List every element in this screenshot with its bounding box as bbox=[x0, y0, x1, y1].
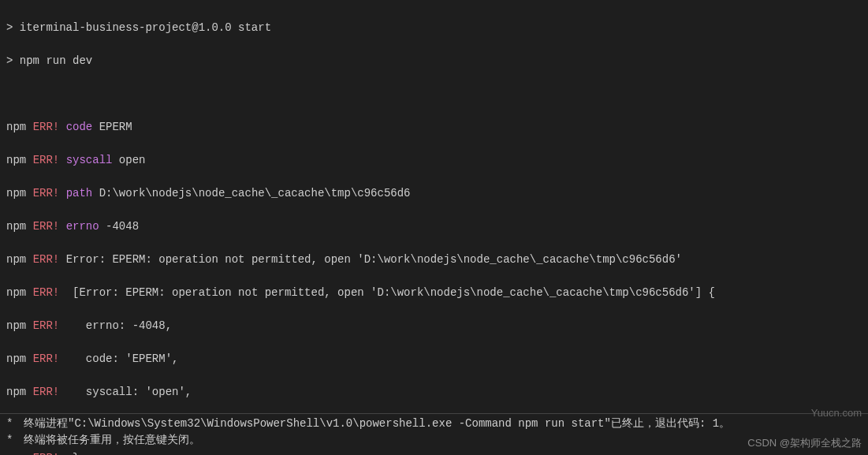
err-value: open bbox=[112, 154, 145, 166]
err-key: syscall bbox=[66, 154, 113, 166]
prompt-symbol: > bbox=[6, 21, 20, 34]
err-key: errno bbox=[66, 220, 99, 233]
err-body-line: npm ERR! } bbox=[6, 450, 862, 455]
npm-label: npm bbox=[6, 154, 26, 166]
terminal-output[interactable]: > iterminal-business-project@1.0.0 start… bbox=[0, 0, 868, 455]
err-body: code: 'EPERM', bbox=[66, 352, 179, 365]
watermark-author: CSDN @架构师全栈之路 bbox=[747, 435, 862, 451]
npm-label: npm bbox=[6, 187, 26, 200]
err-value: -4048 bbox=[99, 220, 139, 233]
err-label: ERR! bbox=[33, 253, 60, 266]
err-label: ERR! bbox=[33, 220, 60, 233]
blank-line bbox=[6, 86, 862, 103]
npm-label: npm bbox=[6, 319, 26, 332]
err-body-line: npm ERR! code: 'EPERM', bbox=[6, 351, 862, 367]
err-body-line: npm ERR! errno: -4048, bbox=[6, 318, 862, 334]
err-body: errno: -4048, bbox=[66, 319, 172, 332]
err-line: npm ERR! syscall open bbox=[6, 152, 862, 169]
npm-label: npm bbox=[6, 452, 26, 455]
npm-label: npm bbox=[6, 386, 26, 398]
status-icon: * bbox=[6, 432, 16, 449]
cmd-line-1: > iterminal-business-project@1.0.0 start bbox=[6, 20, 862, 36]
watermark-site: Yuucn.com bbox=[811, 405, 862, 421]
npm-label: npm bbox=[6, 352, 26, 365]
err-line: npm ERR! code EPERM bbox=[6, 119, 862, 136]
err-line: npm ERR! errno -4048 bbox=[6, 218, 862, 235]
err-key: path bbox=[66, 187, 93, 200]
status-icon: * bbox=[6, 416, 16, 432]
err-label: ERR! bbox=[33, 187, 60, 200]
err-body: syscall: 'open', bbox=[66, 386, 192, 398]
status-row-2: * 终端将被任务重用，按任意键关闭。 bbox=[6, 432, 862, 449]
npm-label: npm bbox=[6, 220, 26, 233]
npm-label: npm bbox=[6, 121, 26, 133]
err-label: ERR! bbox=[33, 452, 60, 455]
err-body: [Error: EPERM: operation not permitted, … bbox=[66, 286, 715, 299]
cmd-text: npm run dev bbox=[20, 54, 92, 67]
err-body: Error: EPERM: operation not permitted, o… bbox=[66, 253, 682, 266]
err-label: ERR! bbox=[33, 154, 60, 166]
err-label: ERR! bbox=[33, 386, 60, 398]
npm-label: npm bbox=[6, 286, 26, 299]
npm-label: npm bbox=[6, 253, 26, 266]
err-label: ERR! bbox=[33, 319, 60, 332]
status-text-1: 终端进程"C:\Windows\System32\WindowsPowerShe… bbox=[24, 416, 862, 432]
prompt-symbol: > bbox=[6, 54, 20, 67]
err-line: npm ERR! path D:\work\nodejs\node_cache\… bbox=[6, 185, 862, 202]
err-value: D:\work\nodejs\node_cache\_cacache\tmp\c… bbox=[92, 187, 410, 200]
err-body: } bbox=[66, 452, 80, 455]
cmd-text: iterminal-business-project@1.0.0 start bbox=[20, 21, 271, 34]
err-label: ERR! bbox=[33, 286, 60, 299]
status-text-2: 终端将被任务重用，按任意键关闭。 bbox=[24, 432, 862, 449]
err-label: ERR! bbox=[33, 121, 60, 133]
err-body-line: npm ERR! [Error: EPERM: operation not pe… bbox=[6, 285, 862, 301]
cmd-line-2: > npm run dev bbox=[6, 53, 862, 69]
err-value: EPERM bbox=[92, 121, 132, 133]
err-key: code bbox=[66, 121, 93, 133]
status-row-1: * 终端进程"C:\Windows\System32\WindowsPowerS… bbox=[6, 416, 862, 432]
err-label: ERR! bbox=[33, 352, 60, 365]
err-body-line: npm ERR! syscall: 'open', bbox=[6, 384, 862, 401]
terminal-status-bar: * 终端进程"C:\Windows\System32\WindowsPowerS… bbox=[0, 413, 868, 450]
err-body-line: npm ERR! Error: EPERM: operation not per… bbox=[6, 252, 862, 268]
